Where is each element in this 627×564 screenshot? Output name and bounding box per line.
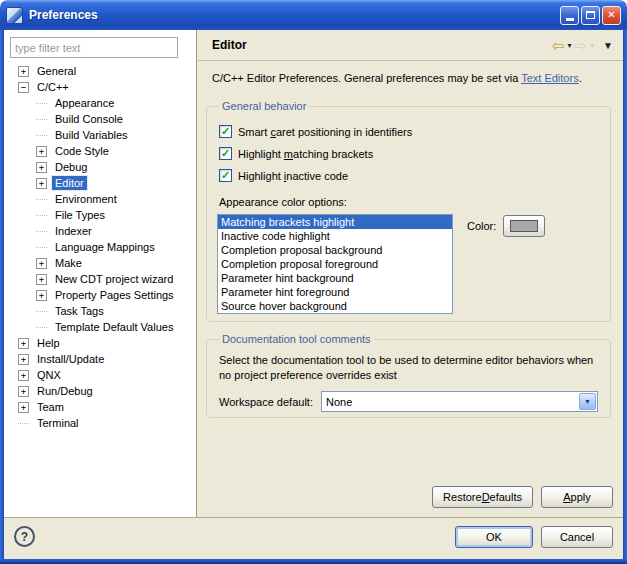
checkbox-label: Highlight matching brackets: [238, 148, 373, 160]
color-picker-button[interactable]: [503, 215, 545, 237]
expand-icon[interactable]: +: [18, 66, 29, 77]
tree-item-terminal[interactable]: Terminal: [4, 415, 195, 431]
tree-item-label: Team: [34, 400, 67, 414]
expand-icon[interactable]: +: [36, 162, 47, 173]
color-option-completion-proposal-background[interactable]: Completion proposal background: [218, 243, 452, 257]
tree-item-c-c[interactable]: −C/C++: [4, 79, 195, 95]
sidebar: +General−C/C++AppearanceBuild ConsoleBui…: [4, 30, 197, 517]
expand-icon[interactable]: +: [36, 274, 47, 285]
tree-item-language-mappings[interactable]: Language Mappings: [4, 239, 195, 255]
view-menu-icon[interactable]: ▼: [603, 40, 613, 51]
color-option-inactive-code-highlight[interactable]: Inactive code highlight: [218, 229, 452, 243]
apply-button[interactable]: Apply: [541, 486, 613, 508]
checkbox-highlight-matching-brackets[interactable]: ✓ Highlight matching brackets: [219, 147, 598, 160]
tree-item-help[interactable]: +Help: [4, 335, 195, 351]
tree-item-build-variables[interactable]: Build Variables: [4, 127, 195, 143]
color-swatch: [510, 220, 538, 232]
general-behavior-group: General behavior ✓ Smart caret positioni…: [206, 100, 611, 322]
maximize-button[interactable]: [581, 6, 600, 25]
tree-item-qnx[interactable]: +QNX: [4, 367, 195, 383]
window-frame-right: [623, 30, 627, 564]
expand-icon[interactable]: +: [18, 370, 29, 381]
color-option-matching-brackets-highlight[interactable]: Matching brackets highlight: [218, 215, 452, 229]
ok-button[interactable]: OK: [455, 526, 533, 548]
workspace-default-select[interactable]: None ▼: [321, 391, 598, 412]
expand-icon[interactable]: +: [18, 402, 29, 413]
tree-item-indexer[interactable]: Indexer: [4, 223, 195, 239]
appearance-color-options-label: Appearance color options:: [219, 196, 598, 208]
tree-connector: [36, 311, 47, 312]
tree-item-build-console[interactable]: Build Console: [4, 111, 195, 127]
restore-defaults-button[interactable]: Restore Defaults: [432, 486, 533, 508]
expand-icon[interactable]: +: [36, 146, 47, 157]
forward-dropdown-icon[interactable]: ▾: [590, 41, 594, 50]
tree-item-general[interactable]: +General: [4, 63, 195, 79]
tree-item-new-cdt-project-wizard[interactable]: +New CDT project wizard: [4, 271, 195, 287]
tree-item-editor[interactable]: +Editor: [4, 175, 195, 191]
close-button[interactable]: ✕: [602, 6, 621, 25]
color-option-parameter-hint-foreground[interactable]: Parameter hint foreground: [218, 285, 452, 299]
back-icon[interactable]: ⇦: [552, 38, 565, 53]
color-option-parameter-hint-background[interactable]: Parameter hint background: [218, 271, 452, 285]
tree-item-label: Property Pages Settings: [52, 288, 177, 302]
general-behavior-title: General behavior: [219, 100, 309, 112]
color-option-source-hover-background[interactable]: Source hover background: [218, 299, 452, 313]
tree-item-label: QNX: [34, 368, 64, 382]
chevron-down-icon[interactable]: ▼: [579, 393, 596, 410]
bottom-bar: ? OK Cancel: [4, 517, 623, 559]
tree-item-label: Appearance: [52, 96, 117, 110]
tree-item-label: Task Tags: [52, 304, 107, 318]
tree-item-environment[interactable]: Environment: [4, 191, 195, 207]
help-button[interactable]: ?: [14, 526, 35, 547]
expand-icon[interactable]: +: [36, 178, 47, 189]
tree-item-label: Debug: [52, 160, 90, 174]
tree-item-label: Indexer: [52, 224, 95, 238]
forward-icon[interactable]: ⇨: [575, 38, 588, 53]
filter-input[interactable]: [10, 37, 178, 58]
documentation-description: Select the documentation tool to be used…: [219, 353, 598, 383]
checkbox-highlight-inactive-code[interactable]: ✓ Highlight inactive code: [219, 169, 598, 182]
expand-icon[interactable]: +: [36, 258, 47, 269]
expand-icon[interactable]: +: [18, 354, 29, 365]
tree-item-appearance[interactable]: Appearance: [4, 95, 195, 111]
back-dropdown-icon[interactable]: ▾: [567, 41, 571, 50]
color-options-list[interactable]: Matching brackets highlightInactive code…: [217, 214, 453, 314]
tree-item-code-style[interactable]: +Code Style: [4, 143, 195, 159]
tree-item-team[interactable]: +Team: [4, 399, 195, 415]
tree-item-label: Environment: [52, 192, 120, 206]
minimize-button[interactable]: [560, 6, 579, 25]
tree-connector: [36, 215, 47, 216]
tree-item-install-update[interactable]: +Install/Update: [4, 351, 195, 367]
checkbox-checked-icon[interactable]: ✓: [219, 169, 232, 182]
tree-item-debug[interactable]: +Debug: [4, 159, 195, 175]
tree-item-property-pages-settings[interactable]: +Property Pages Settings: [4, 287, 195, 303]
checkbox-label: Smart caret positioning in identifiers: [238, 126, 412, 138]
help-icon: ?: [21, 530, 28, 544]
tree-item-task-tags[interactable]: Task Tags: [4, 303, 195, 319]
expand-icon[interactable]: +: [18, 386, 29, 397]
window-title: Preferences: [29, 8, 560, 22]
titlebar[interactable]: Preferences ✕: [0, 0, 627, 30]
tree-item-label: Code Style: [52, 144, 112, 158]
page-description: C/C++ Editor Preferences. General prefer…: [198, 62, 623, 99]
close-icon: ✕: [607, 10, 615, 20]
cancel-button[interactable]: Cancel: [541, 526, 613, 548]
color-label: Color:: [467, 220, 496, 232]
text-editors-link[interactable]: Text Editors: [521, 72, 578, 84]
tree-item-run-debug[interactable]: +Run/Debug: [4, 383, 195, 399]
preferences-dialog: Preferences ✕ +General−C/C++AppearanceBu…: [0, 0, 627, 564]
description-text: C/C++ Editor Preferences. General prefer…: [212, 72, 521, 84]
tree-item-file-types[interactable]: File Types: [4, 207, 195, 223]
expand-icon[interactable]: +: [18, 338, 29, 349]
checkbox-checked-icon[interactable]: ✓: [219, 147, 232, 160]
tree-item-make[interactable]: +Make: [4, 255, 195, 271]
tree-connector: [36, 119, 47, 120]
color-option-completion-proposal-foreground[interactable]: Completion proposal foreground: [218, 257, 452, 271]
checkbox-checked-icon[interactable]: ✓: [219, 125, 232, 138]
expand-icon[interactable]: +: [36, 290, 47, 301]
checkbox-smart-caret[interactable]: ✓ Smart caret positioning in identifiers: [219, 125, 598, 138]
collapse-icon[interactable]: −: [18, 82, 29, 93]
tree-item-label: Terminal: [34, 416, 82, 430]
tree-item-label: Make: [52, 256, 85, 270]
tree-item-template-default-values[interactable]: Template Default Values: [4, 319, 195, 335]
